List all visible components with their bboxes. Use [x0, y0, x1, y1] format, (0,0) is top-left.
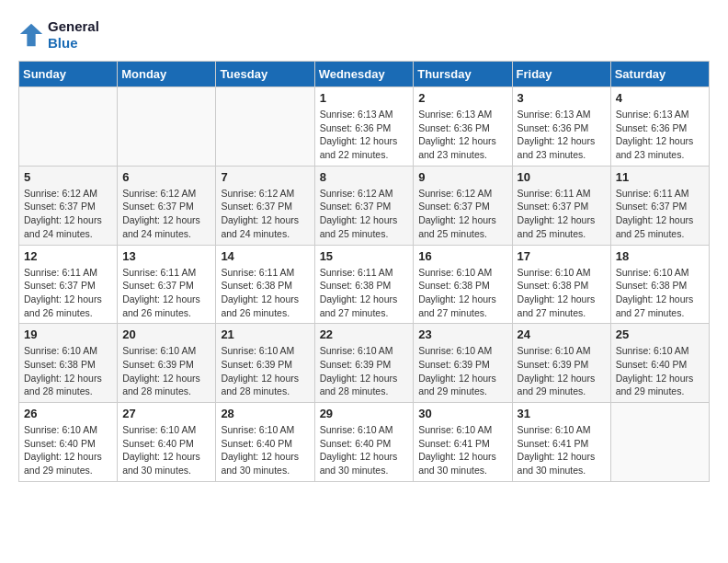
calendar-week-row: 5Sunrise: 6:12 AM Sunset: 6:37 PM Daylig…: [19, 166, 710, 245]
day-info: Sunrise: 6:10 AM Sunset: 6:39 PM Dayligh…: [418, 344, 506, 398]
day-number: 25: [616, 327, 704, 341]
day-number: 28: [221, 407, 309, 420]
day-info: Sunrise: 6:10 AM Sunset: 6:39 PM Dayligh…: [122, 344, 210, 398]
page-header: General Blue: [18, 18, 710, 52]
day-info: Sunrise: 6:11 AM Sunset: 6:37 PM Dayligh…: [518, 187, 606, 241]
calendar-cell: 21Sunrise: 6:10 AM Sunset: 6:39 PM Dayli…: [216, 324, 314, 403]
day-number: 3: [518, 91, 606, 105]
day-info: Sunrise: 6:12 AM Sunset: 6:37 PM Dayligh…: [221, 187, 309, 241]
calendar-cell: 7Sunrise: 6:12 AM Sunset: 6:37 PM Daylig…: [216, 166, 314, 245]
calendar-cell: 6Sunrise: 6:12 AM Sunset: 6:37 PM Daylig…: [118, 166, 216, 245]
calendar-cell: 15Sunrise: 6:11 AM Sunset: 6:38 PM Dayli…: [314, 245, 414, 324]
day-number: 20: [122, 327, 210, 341]
day-number: 21: [221, 327, 309, 341]
logo-bird-icon: [18, 22, 44, 48]
day-info: Sunrise: 6:10 AM Sunset: 6:38 PM Dayligh…: [518, 266, 606, 320]
day-number: 29: [320, 407, 409, 420]
day-number: 17: [518, 249, 606, 263]
day-info: Sunrise: 6:10 AM Sunset: 6:41 PM Dayligh…: [418, 423, 506, 477]
calendar-cell: 25Sunrise: 6:10 AM Sunset: 6:40 PM Dayli…: [610, 324, 709, 403]
day-number: 26: [24, 407, 112, 420]
day-number: 1: [320, 91, 409, 105]
day-number: 13: [122, 249, 210, 263]
day-info: Sunrise: 6:12 AM Sunset: 6:37 PM Dayligh…: [320, 187, 409, 241]
logo-line1: General: [48, 18, 99, 35]
calendar-cell: 22Sunrise: 6:10 AM Sunset: 6:39 PM Dayli…: [314, 324, 414, 403]
day-number: 9: [418, 170, 506, 184]
day-number: 16: [418, 249, 506, 263]
day-number: 24: [518, 327, 606, 341]
calendar-cell: [216, 87, 314, 167]
day-number: 7: [221, 170, 309, 184]
calendar-week-row: 1Sunrise: 6:13 AM Sunset: 6:36 PM Daylig…: [19, 87, 710, 167]
day-info: Sunrise: 6:10 AM Sunset: 6:39 PM Dayligh…: [518, 344, 606, 398]
calendar-cell: 3Sunrise: 6:13 AM Sunset: 6:36 PM Daylig…: [512, 87, 610, 167]
calendar-cell: 11Sunrise: 6:11 AM Sunset: 6:37 PM Dayli…: [610, 166, 709, 245]
calendar-table: SundayMondayTuesdayWednesdayThursdayFrid…: [18, 61, 710, 482]
calendar-cell: 4Sunrise: 6:13 AM Sunset: 6:36 PM Daylig…: [610, 87, 709, 167]
day-info: Sunrise: 6:11 AM Sunset: 6:37 PM Dayligh…: [24, 266, 112, 320]
day-info: Sunrise: 6:10 AM Sunset: 6:40 PM Dayligh…: [616, 344, 704, 398]
day-info: Sunrise: 6:11 AM Sunset: 6:37 PM Dayligh…: [122, 266, 210, 320]
day-info: Sunrise: 6:12 AM Sunset: 6:37 PM Dayligh…: [418, 187, 506, 241]
day-info: Sunrise: 6:10 AM Sunset: 6:38 PM Dayligh…: [616, 266, 704, 320]
calendar-cell: [118, 87, 216, 167]
day-info: Sunrise: 6:13 AM Sunset: 6:36 PM Dayligh…: [616, 108, 704, 162]
day-number: 10: [518, 170, 606, 184]
calendar-week-row: 19Sunrise: 6:10 AM Sunset: 6:38 PM Dayli…: [19, 324, 710, 403]
day-number: 14: [221, 249, 309, 263]
calendar-week-row: 12Sunrise: 6:11 AM Sunset: 6:37 PM Dayli…: [19, 245, 710, 324]
weekday-header: Saturday: [610, 62, 709, 87]
calendar-cell: [19, 87, 118, 167]
weekday-header: Monday: [118, 62, 216, 87]
day-number: 30: [418, 407, 506, 420]
day-info: Sunrise: 6:13 AM Sunset: 6:36 PM Dayligh…: [320, 108, 409, 162]
calendar-cell: 20Sunrise: 6:10 AM Sunset: 6:39 PM Dayli…: [118, 324, 216, 403]
day-number: 19: [24, 327, 112, 341]
day-number: 4: [616, 91, 704, 105]
calendar-cell: 18Sunrise: 6:10 AM Sunset: 6:38 PM Dayli…: [610, 245, 709, 324]
calendar-cell: 27Sunrise: 6:10 AM Sunset: 6:40 PM Dayli…: [118, 403, 216, 482]
calendar-week-row: 26Sunrise: 6:10 AM Sunset: 6:40 PM Dayli…: [19, 403, 710, 482]
day-number: 18: [616, 249, 704, 263]
day-number: 15: [320, 249, 409, 263]
calendar-header-row: SundayMondayTuesdayWednesdayThursdayFrid…: [19, 62, 710, 87]
logo-line2: Blue: [48, 35, 99, 52]
calendar-cell: 16Sunrise: 6:10 AM Sunset: 6:38 PM Dayli…: [414, 245, 512, 324]
day-info: Sunrise: 6:11 AM Sunset: 6:37 PM Dayligh…: [616, 187, 704, 241]
weekday-header: Wednesday: [314, 62, 414, 87]
day-number: 12: [24, 249, 112, 263]
day-info: Sunrise: 6:10 AM Sunset: 6:38 PM Dayligh…: [418, 266, 506, 320]
day-info: Sunrise: 6:10 AM Sunset: 6:41 PM Dayligh…: [518, 423, 606, 477]
svg-marker-0: [20, 24, 42, 46]
calendar-cell: 14Sunrise: 6:11 AM Sunset: 6:38 PM Dayli…: [216, 245, 314, 324]
day-number: 22: [320, 327, 409, 341]
day-info: Sunrise: 6:10 AM Sunset: 6:39 PM Dayligh…: [221, 344, 309, 398]
day-info: Sunrise: 6:12 AM Sunset: 6:37 PM Dayligh…: [24, 187, 112, 241]
day-info: Sunrise: 6:11 AM Sunset: 6:38 PM Dayligh…: [221, 266, 309, 320]
calendar-cell: 23Sunrise: 6:10 AM Sunset: 6:39 PM Dayli…: [414, 324, 512, 403]
weekday-header: Thursday: [414, 62, 512, 87]
day-info: Sunrise: 6:10 AM Sunset: 6:40 PM Dayligh…: [122, 423, 210, 477]
calendar-cell: 10Sunrise: 6:11 AM Sunset: 6:37 PM Dayli…: [512, 166, 610, 245]
day-number: 6: [122, 170, 210, 184]
day-number: 23: [418, 327, 506, 341]
day-number: 31: [518, 407, 606, 420]
day-number: 8: [320, 170, 409, 184]
weekday-header: Friday: [512, 62, 610, 87]
day-info: Sunrise: 6:13 AM Sunset: 6:36 PM Dayligh…: [418, 108, 506, 162]
calendar-cell: [610, 403, 709, 482]
calendar-cell: 31Sunrise: 6:10 AM Sunset: 6:41 PM Dayli…: [512, 403, 610, 482]
calendar-cell: 26Sunrise: 6:10 AM Sunset: 6:40 PM Dayli…: [19, 403, 118, 482]
calendar-cell: 13Sunrise: 6:11 AM Sunset: 6:37 PM Dayli…: [118, 245, 216, 324]
day-info: Sunrise: 6:10 AM Sunset: 6:40 PM Dayligh…: [221, 423, 309, 477]
calendar-cell: 19Sunrise: 6:10 AM Sunset: 6:38 PM Dayli…: [19, 324, 118, 403]
calendar-cell: 5Sunrise: 6:12 AM Sunset: 6:37 PM Daylig…: [19, 166, 118, 245]
day-number: 27: [122, 407, 210, 420]
logo: General Blue: [18, 18, 99, 52]
calendar-cell: 29Sunrise: 6:10 AM Sunset: 6:40 PM Dayli…: [314, 403, 414, 482]
calendar-cell: 17Sunrise: 6:10 AM Sunset: 6:38 PM Dayli…: [512, 245, 610, 324]
calendar-cell: 28Sunrise: 6:10 AM Sunset: 6:40 PM Dayli…: [216, 403, 314, 482]
day-info: Sunrise: 6:11 AM Sunset: 6:38 PM Dayligh…: [320, 266, 409, 320]
day-info: Sunrise: 6:10 AM Sunset: 6:40 PM Dayligh…: [320, 423, 409, 477]
